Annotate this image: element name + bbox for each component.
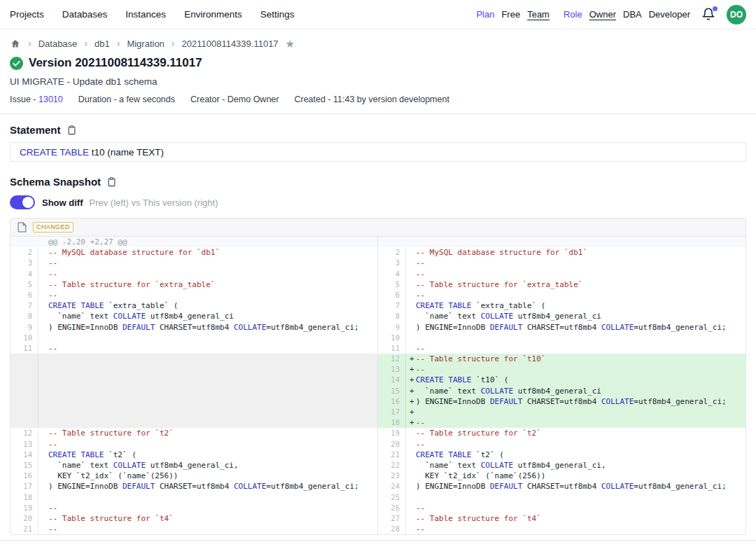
code-text: -- Table structure for `t10` [416, 354, 545, 364]
nav-item-instances[interactable]: Instances [125, 9, 166, 20]
diff-line-filler [10, 407, 377, 417]
diff-this-version: 2-- MySQL database structure for `db1`3-… [378, 237, 746, 534]
diff-prefix [38, 492, 48, 503]
diff-line-added: 17+ [378, 407, 746, 417]
copy-statement-button[interactable] [66, 125, 77, 136]
code-text: -- [416, 343, 425, 354]
show-diff-toggle[interactable] [10, 195, 35, 209]
role-option-owner[interactable]: Owner [589, 9, 616, 20]
diff-prefix [406, 237, 416, 247]
line-number: 17 [378, 407, 406, 417]
diff-line: 2-- MySQL database structure for `db1` [378, 247, 746, 258]
code-text: -- Table structure for `t4` [416, 513, 541, 524]
line-number: 19 [10, 503, 38, 513]
chevron-right-icon [172, 38, 175, 49]
diff-line: 19-- [10, 503, 377, 513]
notification-bell-button[interactable] [701, 6, 718, 23]
diff-prefix: + [406, 386, 416, 396]
diff-line: 21CREATE TABLE `t2` ( [378, 450, 746, 460]
diff-prefix [38, 364, 48, 375]
changed-badge: CHANGED [33, 222, 74, 233]
show-diff-label: Show diff [42, 197, 83, 208]
code-text: @@ -2,20 +2,27 @@ [48, 237, 127, 247]
nav-item-projects[interactable]: Projects [10, 9, 44, 20]
diff-hunk-header [378, 237, 746, 247]
home-icon[interactable] [10, 39, 21, 49]
plan-team-option[interactable]: Team [527, 9, 550, 20]
copy-snapshot-button[interactable] [106, 176, 117, 188]
code-text: CREATE TABLE `extra_table` ( [416, 300, 545, 311]
diff-prefix [38, 460, 48, 471]
diff-prefix [406, 503, 416, 513]
line-number: 26 [378, 503, 406, 513]
created-meta: Created - 11:43 by version development [294, 95, 449, 104]
breadcrumb-item[interactable]: Database [38, 39, 78, 49]
line-number: 3 [10, 258, 38, 268]
clipboard-icon [106, 176, 117, 188]
code-text: -- [416, 269, 425, 279]
diff-line: 23 KEY `t2_idx` (`name`(256)) [378, 471, 746, 481]
diff-line-filler [10, 417, 377, 428]
breadcrumb-item[interactable]: Migration [127, 39, 164, 49]
diff-line: 8 `name` text COLLATE utf8mb4_general_ci [10, 311, 377, 321]
nav-item-databases[interactable]: Databases [62, 9, 108, 20]
line-number: 8 [10, 311, 38, 321]
line-number: 16 [378, 396, 406, 407]
diff-line: 17) ENGINE=InnoDB DEFAULT CHARSET=utf8mb… [10, 481, 377, 492]
code-text: -- [416, 503, 425, 513]
diff-prefix [38, 471, 48, 481]
issue-link[interactable]: 13010 [38, 95, 63, 104]
diff-line-added: 14+CREATE TABLE `t10` ( [378, 375, 746, 385]
line-number: 10 [378, 333, 406, 343]
diff-line-filler [10, 396, 377, 407]
diff-line: 10 [10, 333, 377, 343]
nav-item-environments[interactable]: Environments [184, 9, 242, 20]
diff-prefix [406, 428, 416, 438]
success-check-icon [10, 57, 23, 70]
diff-prefix [38, 311, 48, 321]
avatar[interactable]: DO [727, 5, 746, 25]
diff-prefix [406, 439, 416, 450]
line-number: 5 [378, 279, 406, 290]
plan-label: Plan [476, 9, 494, 20]
code-text: -- [416, 258, 425, 268]
code-text: KEY `t2_idx` (`name`(256)) [48, 471, 178, 481]
diff-line-added: 15+ `name` text COLLATE utf8mb4_general_… [378, 386, 746, 396]
diff-prefix: + [406, 407, 416, 417]
diff-file-header: CHANGED [10, 218, 746, 237]
role-options: OwnerDBADeveloper [589, 9, 690, 20]
diff-prefix [38, 386, 48, 396]
line-number: 7 [10, 300, 38, 311]
code-text: `name` text COLLATE utf8mb4_general_ci, [416, 460, 606, 471]
code-text: -- [48, 343, 57, 354]
diff-prefix [38, 524, 48, 534]
statement-sql[interactable]: CREATE TABLE t10 (name TEXT) [10, 142, 746, 162]
diff-prefix [406, 322, 416, 333]
plan-free-option[interactable]: Free [501, 9, 520, 20]
line-number: 23 [378, 471, 406, 481]
code-text: -- MySQL database structure for `db1` [416, 247, 587, 258]
code-text: ) ENGINE=InnoDB DEFAULT CHARSET=utf8mb4 … [416, 396, 727, 407]
code-text: -- Table structure for `extra_table` [48, 279, 215, 290]
schema-diff-panel[interactable]: CHANGED @@ -2,20 +2,27 @@2-- MySQL datab… [10, 218, 746, 535]
diff-prefix [38, 343, 48, 354]
diff-line: 3-- [378, 258, 746, 268]
breadcrumb-item[interactable]: db1 [94, 39, 110, 49]
line-number [10, 417, 38, 428]
diff-prefix [406, 471, 416, 481]
role-label: Role [564, 9, 582, 20]
diff-hunk-header: @@ -2,20 +2,27 @@ [10, 237, 377, 247]
star-icon[interactable]: ★ [286, 39, 295, 49]
diff-line: 24) ENGINE=InnoDB DEFAULT CHARSET=utf8mb… [378, 481, 746, 492]
diff-prefix [38, 428, 48, 438]
diff-line: 20-- Table structure for `t4` [10, 513, 377, 524]
code-text: CREATE TABLE `extra_table` ( [48, 300, 178, 311]
meta-row: Issue - 13010 Duration - a few seconds C… [0, 95, 756, 104]
line-number: 5 [10, 279, 38, 290]
diff-line: 28-- [378, 524, 746, 534]
role-option-dba[interactable]: DBA [623, 9, 642, 20]
nav-item-settings[interactable]: Settings [260, 9, 295, 20]
code-text: -- [416, 439, 425, 450]
code-text: -- [48, 524, 57, 534]
role-option-developer[interactable]: Developer [649, 9, 690, 20]
